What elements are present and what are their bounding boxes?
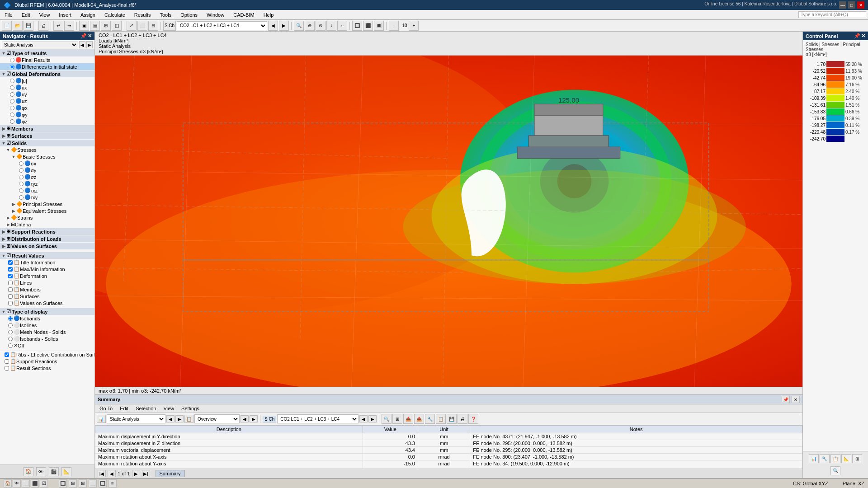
table-row[interactable]: Maximum rotation about Y-axis-15.0mradFE… [95,460,802,467]
section-support-reactions[interactable]: ▶ ⊞ Support Reactions [0,228,94,235]
nav-next-button[interactable]: ▶ [86,41,93,48]
cb-maxmin-info[interactable] [8,267,13,272]
tb-view-5[interactable]: ↔ [337,21,347,31]
menu-item-results[interactable]: Results [130,11,156,19]
tree-item-final-results[interactable]: 🔴 Final Results [0,56,94,63]
cb-lines[interactable] [8,281,13,285]
radio-tau-xz[interactable] [19,188,24,193]
tb-render-3[interactable]: 🔳 [374,21,384,31]
cp-btn-5[interactable]: ⊞ [852,454,862,463]
status-icon-10[interactable]: 🔲 [99,479,107,488]
new-button[interactable]: 📄 [2,21,12,31]
section-distribution-loads[interactable]: ▶ ⊞ Distribution of Loads [0,235,94,242]
tree-item-result-sections[interactable]: 📋 Result Sections [0,365,94,371]
table-row[interactable]: Maximum displacement in Z-direction43.3m… [95,440,802,447]
tb-view-3[interactable]: ⊙ [316,21,326,31]
tree-item-sigma-z[interactable]: 🔵 σz [0,174,94,180]
close-button[interactable]: ✕ [857,1,864,9]
status-icon-3[interactable]: ⬜ [22,479,30,488]
summary-close-button[interactable]: ✕ [792,396,800,403]
tree-item-mesh-nodes-solids[interactable]: ⚪ Mesh Nodes - Solids [0,328,94,335]
tree-item-values-on-surf[interactable]: 📋 Values on Surfaces [0,300,94,306]
menu-item-assign[interactable]: Assign [76,11,100,19]
tb-btn-2[interactable]: ▤ [90,21,100,31]
checkbox-result-values[interactable]: ☑ [6,253,11,258]
summary-tb-9[interactable]: ❓ [468,414,478,424]
summary-tb-6[interactable]: 📋 [436,414,446,424]
radio-phiz[interactable] [10,119,14,124]
tb-btn-5[interactable]: ⤢ [127,21,137,31]
summary-overview-combo[interactable]: Overview [194,414,240,423]
section-result-values[interactable]: ▼ ☑ Result Values [0,252,94,259]
summary-lc-prev[interactable]: ◀ [359,415,368,422]
cp-pin-icon[interactable]: 📌 [854,33,860,39]
tree-item-surfaces-rv[interactable]: 📋 Surfaces [0,293,94,300]
tree-item-members-rv[interactable]: 📋 Members [0,286,94,293]
table-row[interactable]: Maximum rotation about X-axis0.0mradFE n… [95,454,802,460]
summary-tb-1[interactable]: 🔍 [382,414,392,424]
table-row[interactable]: Maximum displacement in Y-direction0.0mm… [95,433,802,440]
summary-lc-next[interactable]: ▶ [368,415,377,422]
summary-tb-7[interactable]: 💾 [447,414,457,424]
nav-bottom-btn2[interactable]: 👁 [36,467,46,476]
tree-item-deformation[interactable]: 📋 Deformation [0,272,94,279]
radio-uy[interactable] [10,92,14,97]
radio-mesh-nodes-solids[interactable] [8,330,13,334]
nav-bottom-btn4[interactable]: 📐 [61,467,71,476]
cb-result-sections[interactable] [5,366,9,371]
summary-next2-button[interactable]: ▶ [250,415,258,422]
cp-btn-3[interactable]: 📋 [830,454,840,463]
tree-item-u-abs[interactable]: 🔵 |u| [0,77,94,84]
radio-tau-xy[interactable] [19,195,24,200]
status-icon-8[interactable]: ⊞ [79,479,87,488]
summary-prev-button[interactable]: ◀ [166,415,175,422]
radio-final-results[interactable] [10,58,14,62]
cb-title-info[interactable] [8,260,13,265]
load-case-combo[interactable]: CO2 LC1 + LC2 + LC3 + LC4 [177,21,267,30]
table-row[interactable]: Maximum vectorial displacement43.4mmFE n… [95,447,802,454]
section-global-deformations[interactable]: ▼ ☑ Global Deformations [0,70,94,77]
cp-btn-4[interactable]: 📐 [841,454,851,463]
redo-button[interactable]: ↪ [64,21,74,31]
cb-support-reactions[interactable] [5,359,9,364]
tb-zoom-out[interactable]: - [389,21,399,31]
radio-isobands-solids[interactable] [8,337,13,341]
tree-item-phiz[interactable]: 🔵 φz [0,118,94,125]
tb-view-1[interactable]: 🔍 [294,21,304,31]
cp-btn-2[interactable]: 🔧 [820,454,830,463]
status-icon-4[interactable]: ⬛ [31,479,39,488]
tree-item-isobands-solids[interactable]: ⚪ Isobands - Solids [0,335,94,342]
tb-btn-3[interactable]: ⊞ [101,21,111,31]
tb-render-1[interactable]: 🔲 [352,21,362,31]
radio-phiy[interactable] [10,113,14,117]
section-type-of-results[interactable]: ▼ ☑ Type of results [0,50,94,56]
cb-ribs[interactable] [5,352,9,357]
tree-item-lines[interactable]: 📋 Lines [0,279,94,286]
tree-item-ux[interactable]: 🔵 ux [0,84,94,91]
radio-ux[interactable] [10,85,14,90]
menu-item-tools[interactable]: Tools [155,11,176,19]
footer-tab-summary[interactable]: Summary [156,470,185,477]
checkbox-display[interactable]: ☑ [6,309,11,314]
tree-item-phix[interactable]: 🔵 φx [0,104,94,111]
checkbox-global-def[interactable]: ☑ [6,71,11,77]
tree-item-criteria[interactable]: ▶ ⊞ Criteria [0,221,94,228]
menu-item-window[interactable]: Window [202,11,229,19]
tree-item-maxmin-info[interactable]: 📋 Max/Min Information [0,266,94,272]
tree-item-stresses[interactable]: ▼ 🔶 Stresses [0,146,94,153]
tree-item-principal-stresses[interactable]: ▶ 🔶 Principal Stresses [0,201,94,207]
tb-btn-4[interactable]: ◫ [112,21,122,31]
tree-item-off[interactable]: ✕ Off [0,342,94,349]
radio-differences[interactable] [10,65,14,69]
radio-sigma-z[interactable] [19,175,24,179]
summary-menu-selection[interactable]: Selection [133,405,159,412]
radio-sigma-x[interactable] [19,161,24,166]
footer-first-button[interactable]: |◀ [98,470,106,477]
nav-close-icon[interactable]: ✕ [88,33,92,39]
tree-item-phiy[interactable]: 🔵 φy [0,111,94,118]
tree-item-uz[interactable]: 🔵 uz [0,98,94,104]
status-icon-2[interactable]: 👁 [13,479,21,488]
section-surfaces[interactable]: ▶ ⊞ Surfaces [0,132,94,139]
keyword-search-input[interactable] [801,12,864,17]
menu-item-options[interactable]: Options [176,11,202,19]
